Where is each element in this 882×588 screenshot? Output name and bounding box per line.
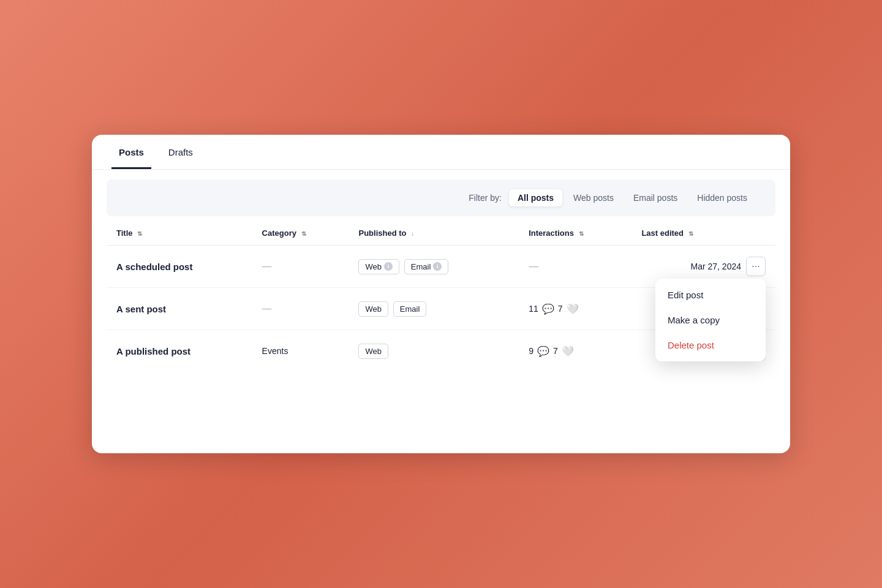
tab-drafts[interactable]: Drafts bbox=[161, 135, 200, 169]
table-header-row: Title ⇅ Category ⇅ Published to ↓ Intera… bbox=[107, 221, 775, 246]
row1-title: A scheduled post bbox=[107, 246, 252, 288]
comment-icon-3: 💬 bbox=[537, 345, 549, 357]
badge-web-sent: Web bbox=[358, 301, 388, 317]
sort-title-icon: ⇅ bbox=[137, 230, 142, 237]
main-card: Posts Drafts Filter by: All posts Web po… bbox=[92, 135, 790, 453]
tab-posts[interactable]: Posts bbox=[111, 135, 151, 169]
filter-web-posts[interactable]: Web posts bbox=[565, 189, 622, 206]
row1-category: — bbox=[252, 246, 349, 288]
table-row: A scheduled post — Web i Email i bbox=[107, 246, 775, 288]
col-published-to[interactable]: Published to ↓ bbox=[349, 221, 519, 246]
row1-actions: Mar 27, 2024 ··· Edit post Make a copy D… bbox=[641, 257, 766, 276]
edit-post-item[interactable]: Edit post bbox=[655, 282, 766, 307]
web-info-icon: i bbox=[384, 262, 393, 271]
col-last-edited[interactable]: Last edited ⇅ bbox=[631, 221, 775, 246]
filter-bar: Filter by: All posts Web posts Email pos… bbox=[107, 179, 775, 216]
row3-comment-count: 9 bbox=[529, 346, 533, 356]
row1-last-edited: Mar 27, 2024 ··· Edit post Make a copy D… bbox=[631, 246, 775, 288]
comment-icon: 💬 bbox=[542, 303, 554, 315]
sort-published-icon: ↓ bbox=[411, 230, 414, 237]
row2-interactions: 11 💬 7 🤍 bbox=[519, 288, 631, 330]
posts-table-wrapper: Title ⇅ Category ⇅ Published to ↓ Intera… bbox=[92, 221, 790, 386]
badge-web-published: Web bbox=[358, 344, 388, 359]
col-title[interactable]: Title ⇅ bbox=[107, 221, 252, 246]
posts-table: Title ⇅ Category ⇅ Published to ↓ Intera… bbox=[107, 221, 775, 372]
row2-published: Web Email bbox=[349, 288, 519, 330]
filter-email-posts[interactable]: Email posts bbox=[625, 189, 686, 206]
heart-icon: 🤍 bbox=[567, 303, 579, 315]
make-copy-item[interactable]: Make a copy bbox=[655, 307, 766, 333]
row3-published: Web bbox=[349, 330, 519, 372]
row1-more-button[interactable]: ··· bbox=[746, 257, 766, 276]
col-category[interactable]: Category ⇅ bbox=[252, 221, 349, 246]
row1-published: Web i Email i bbox=[349, 246, 519, 288]
filter-all-posts[interactable]: All posts bbox=[509, 189, 562, 206]
email-info-icon: i bbox=[433, 262, 442, 271]
row3-heart-count: 7 bbox=[553, 346, 558, 356]
badge-email-sent: Email bbox=[393, 301, 427, 317]
sort-interactions-icon: ⇅ bbox=[579, 230, 584, 237]
badge-email: Email i bbox=[404, 259, 449, 274]
delete-post-item[interactable]: Delete post bbox=[655, 333, 766, 358]
tab-bar: Posts Drafts bbox=[92, 135, 790, 170]
context-menu: Edit post Make a copy Delete post bbox=[655, 279, 766, 361]
filter-hidden-posts[interactable]: Hidden posts bbox=[688, 189, 756, 206]
row2-comment-count: 11 bbox=[529, 304, 538, 314]
row2-title: A sent post bbox=[107, 288, 252, 330]
row1-interactions: — bbox=[519, 246, 631, 288]
sort-category-icon: ⇅ bbox=[301, 230, 306, 237]
filter-label: Filter by: bbox=[469, 193, 502, 203]
row3-title: A published post bbox=[107, 330, 252, 372]
sort-edited-icon: ⇅ bbox=[688, 230, 693, 237]
badge-web: Web i bbox=[358, 259, 399, 274]
col-interactions[interactable]: Interactions ⇅ bbox=[519, 221, 631, 246]
row3-category: Events bbox=[252, 330, 349, 372]
row2-category: — bbox=[252, 288, 349, 330]
row2-heart-count: 7 bbox=[558, 304, 563, 314]
heart-icon-3: 🤍 bbox=[562, 345, 574, 357]
row3-interactions: 9 💬 7 🤍 bbox=[519, 330, 631, 372]
